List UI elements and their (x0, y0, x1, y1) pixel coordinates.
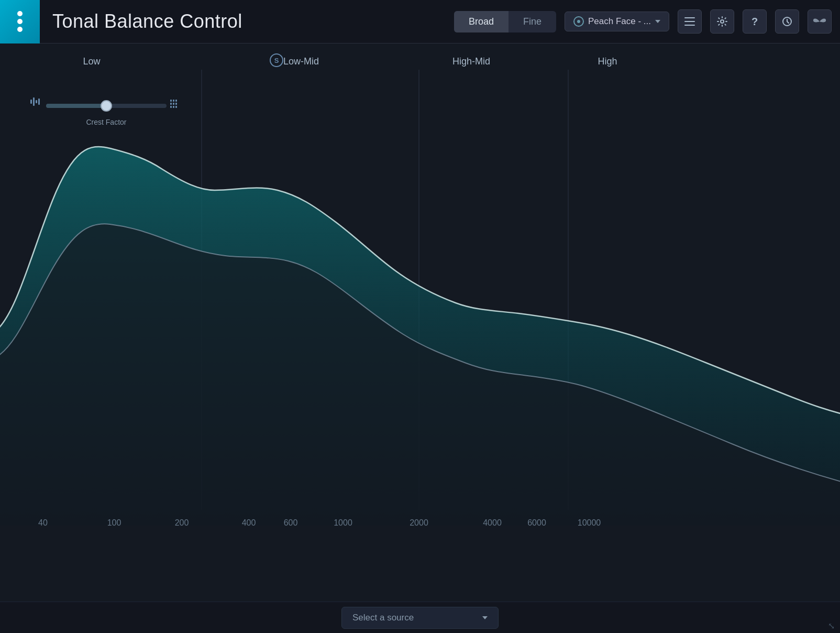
svg-text:200: 200 (175, 518, 189, 527)
svg-text:S: S (274, 57, 279, 64)
chart-svg: Low Low-Mid S High-Mid High Crest Factor (0, 43, 840, 602)
svg-rect-25 (170, 106, 172, 108)
chart-area: Low Low-Mid S High-Mid High Crest Factor (0, 43, 840, 602)
svg-text:2000: 2000 (410, 518, 428, 527)
logo-dots (17, 11, 23, 32)
help-button[interactable]: ? (743, 9, 767, 34)
hamburger-button[interactable] (678, 9, 702, 34)
logo-dot-2 (17, 19, 23, 24)
logo (0, 0, 40, 43)
svg-text:600: 600 (284, 518, 298, 527)
broad-button[interactable]: Broad (454, 11, 509, 32)
svg-rect-23 (173, 103, 174, 105)
svg-rect-18 (38, 99, 40, 105)
help-icon: ? (751, 16, 758, 28)
fine-button[interactable]: Fine (509, 11, 556, 32)
resize-handle[interactable]: ⤡ (828, 621, 835, 631)
source-chevron-icon (482, 616, 488, 619)
wings-button[interactable] (808, 9, 832, 34)
svg-point-0 (721, 20, 724, 23)
bottom-bar: Select a source ⤡ (0, 602, 840, 633)
header: Tonal Balance Control Broad Fine Peach F… (0, 0, 840, 43)
source-label: Select a source (352, 613, 414, 623)
hamburger-line-1 (684, 17, 695, 18)
svg-text:1000: 1000 (334, 518, 352, 527)
preset-dropdown[interactable]: Peach Face - ... (565, 12, 669, 31)
svg-rect-26 (173, 106, 174, 108)
svg-rect-15 (30, 100, 32, 104)
svg-rect-21 (175, 100, 177, 102)
svg-rect-17 (36, 100, 37, 103)
svg-text:10000: 10000 (578, 518, 601, 527)
source-dropdown[interactable]: Select a source (341, 607, 499, 629)
svg-rect-13 (46, 104, 106, 108)
logo-dot-3 (17, 27, 23, 32)
preset-label: Peach Face - ... (588, 16, 651, 27)
svg-text:100: 100 (107, 518, 121, 527)
app-title: Tonal Balance Control (52, 10, 242, 32)
history-button[interactable] (775, 9, 799, 34)
settings-button[interactable] (710, 9, 734, 34)
svg-text:Low-Mid: Low-Mid (283, 56, 319, 67)
svg-text:High: High (598, 56, 617, 67)
svg-text:Crest Factor: Crest Factor (86, 118, 126, 126)
hamburger-line-2 (684, 21, 695, 22)
svg-point-14 (101, 101, 112, 111)
mode-buttons: Broad Fine (454, 11, 556, 32)
svg-rect-19 (170, 100, 172, 102)
svg-text:6000: 6000 (527, 518, 546, 527)
preset-icon (573, 16, 584, 27)
logo-dot-1 (17, 11, 23, 16)
svg-rect-27 (175, 106, 177, 108)
svg-text:4000: 4000 (483, 518, 502, 527)
svg-text:Low: Low (83, 56, 101, 67)
svg-text:400: 400 (242, 518, 256, 527)
hamburger-line-3 (684, 25, 695, 26)
chevron-down-icon (655, 20, 660, 23)
svg-text:40: 40 (38, 518, 48, 527)
svg-rect-16 (33, 97, 35, 106)
svg-rect-20 (173, 100, 174, 102)
svg-text:High-Mid: High-Mid (452, 56, 490, 67)
svg-rect-24 (175, 103, 177, 105)
svg-rect-22 (170, 103, 172, 105)
